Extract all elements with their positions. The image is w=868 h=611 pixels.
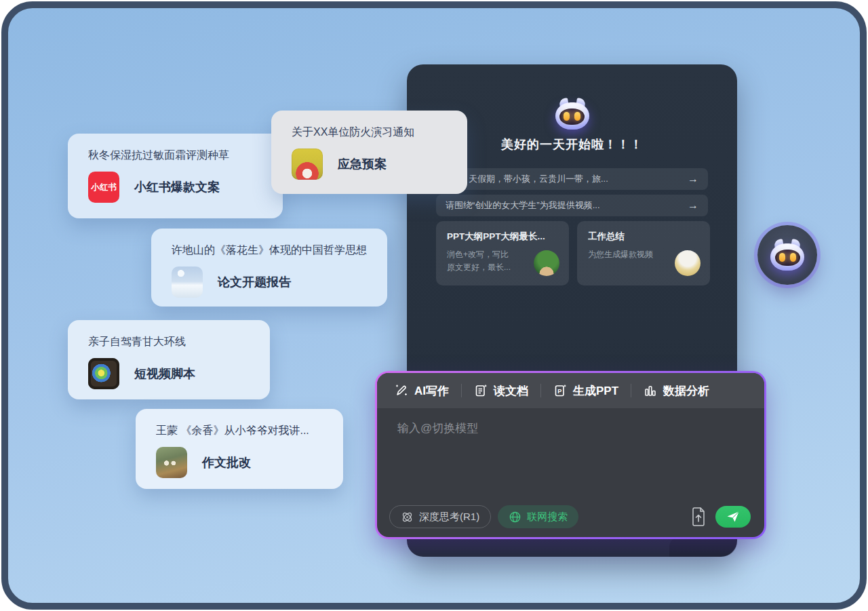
- ppt-document-icon: P: [553, 384, 567, 397]
- file-upload-icon: [690, 507, 707, 526]
- message-input[interactable]: 输入@切换模型: [377, 408, 764, 496]
- card-xiaohongshu-copywriting[interactable]: 秋冬保湿抗过敏面霜评测种草 小红书 小红书爆款文案: [68, 134, 283, 218]
- card-short-video-script[interactable]: 亲子自驾青甘大环线 短视频脚本: [68, 320, 270, 399]
- card-label: 应急预案: [338, 156, 387, 172]
- web-search-toggle[interactable]: 联网搜索: [498, 505, 578, 528]
- deep-think-toggle[interactable]: 深度思考(R1): [389, 505, 491, 528]
- composer-inner: AI写作 读文档 P: [377, 373, 764, 537]
- arrow-right-icon: →: [688, 173, 698, 185]
- suggestion-text: 请围绕“创业的女大学生”为我提供视频...: [446, 199, 600, 212]
- tool-ai-writing[interactable]: AI写作: [395, 383, 449, 399]
- baby-white-hat-avatar: [675, 250, 701, 276]
- composer-toolbar: AI写作 读文档 P: [377, 373, 764, 408]
- send-button[interactable]: [715, 506, 751, 528]
- toolbar-divider: [461, 384, 462, 397]
- robot-mascot-icon: [770, 239, 804, 271]
- tool-generate-ppt[interactable]: P 生成PPT: [553, 383, 618, 399]
- pencil-sparkle-icon: [395, 384, 408, 397]
- robot-eye: [574, 112, 580, 121]
- robot-mascot-icon: [555, 98, 589, 130]
- tool-read-document[interactable]: 读文档: [474, 383, 528, 399]
- card-label: 论文开题报告: [218, 274, 291, 290]
- robot-eye: [790, 253, 796, 262]
- suggestion-row-video[interactable]: 请围绕“创业的女大学生”为我提供视频... →: [436, 195, 708, 216]
- quick-card-ppt-outline[interactable]: PPT大纲PPT大纲最长... 润色+改写，写比 原文更好，最长...: [436, 221, 569, 285]
- app-canvas: 美好的一天开始啦！！！ 天假期，带小孩，云贵川一带，旅... → 请围绕“创业的…: [1, 1, 867, 610]
- svg-text:P: P: [557, 388, 561, 395]
- robot-eye: [779, 253, 785, 262]
- quick-card-desc: 为您生成爆款视频: [588, 248, 668, 261]
- tool-data-analysis[interactable]: 数据分析: [644, 383, 709, 399]
- card-title: 亲子自驾青甘大环线: [88, 335, 255, 349]
- open-book-image: [172, 267, 203, 298]
- document-sparkle-icon: [474, 384, 488, 397]
- card-thesis-proposal[interactable]: 许地山的《落花生》体现的中国哲学思想 论文开题报告: [151, 229, 387, 307]
- card-essay-correction[interactable]: 王蒙 《余香》从小爷爷对我讲... 作文批改: [136, 409, 343, 489]
- retro-tv-image: [88, 358, 119, 389]
- robot-face: [559, 109, 585, 125]
- panel-shadow: [669, 536, 737, 557]
- card-label: 短视频脚本: [134, 366, 195, 382]
- quick-card-title: 工作总结: [588, 231, 701, 243]
- card-title: 秋冬保湿抗过敏面霜评测种草: [88, 149, 268, 163]
- composer-panel: AI写作 读文档 P: [375, 371, 766, 539]
- xiaohongshu-logo: 小红书: [88, 172, 119, 203]
- alarm-clock-image: [292, 149, 323, 180]
- card-label: 作文批改: [202, 454, 251, 471]
- toolbar-divider: [540, 384, 541, 397]
- card-title: 关于XX单位防火演习通知: [292, 125, 452, 140]
- card-title: 王蒙 《余香》从小爷爷对我讲...: [156, 424, 328, 438]
- bar-chart-icon: [644, 384, 657, 397]
- paper-plane-icon: [726, 511, 740, 523]
- card-label: 小红书爆款文案: [134, 179, 220, 195]
- glasses-book-image: [156, 447, 187, 478]
- file-upload-button[interactable]: [688, 505, 709, 528]
- quick-card-work-summary[interactable]: 工作总结 为您生成爆款视频: [577, 221, 710, 285]
- card-title: 许地山的《落花生》体现的中国哲学思想: [172, 243, 372, 258]
- suggestion-text: 天假期，带小孩，云贵川一带，旅...: [469, 173, 608, 185]
- quick-card-desc: 润色+改写，写比 原文更好，最长...: [447, 248, 527, 273]
- suggestion-row-trip[interactable]: 天假期，带小孩，云贵川一带，旅... →: [436, 168, 708, 190]
- robot-eye: [564, 112, 570, 121]
- robot-face: [775, 250, 800, 266]
- arrow-right-icon: →: [688, 199, 698, 212]
- toolbar-divider: [631, 384, 631, 397]
- composer-actions: 深度思考(R1) 联网搜索: [389, 505, 751, 528]
- assistant-launcher-button[interactable]: [757, 225, 817, 285]
- plant-person-avatar: [534, 250, 559, 276]
- quick-card-title: PPT大纲PPT大纲最长...: [447, 231, 559, 243]
- robot-head: [555, 102, 589, 130]
- globe-icon: [509, 511, 521, 524]
- input-placeholder: 输入@切换模型: [397, 420, 478, 436]
- atom-icon: [401, 511, 414, 524]
- card-emergency-plan[interactable]: 关于XX单位防火演习通知 应急预案: [271, 111, 467, 194]
- robot-head: [770, 243, 804, 271]
